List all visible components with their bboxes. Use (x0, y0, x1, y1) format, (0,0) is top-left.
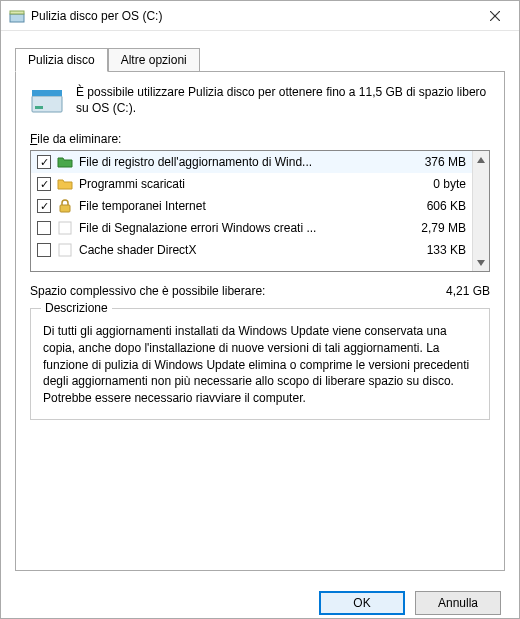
file-type-icon (57, 198, 73, 214)
file-row[interactable]: File temporanei Internet606 KB (31, 195, 472, 217)
file-type-icon (57, 242, 73, 258)
file-row[interactable]: Programmi scaricati0 byte (31, 173, 472, 195)
file-checkbox[interactable] (37, 243, 51, 257)
file-name: Cache shader DirectX (79, 243, 400, 257)
tabstrip: Pulizia disco Altre opzioni (15, 47, 505, 71)
svg-rect-4 (32, 96, 62, 112)
svg-rect-5 (32, 90, 62, 96)
app-icon (9, 8, 25, 24)
window-title: Pulizia disco per OS (C:) (31, 9, 475, 23)
svg-rect-1 (10, 11, 24, 14)
scroll-up-icon[interactable] (473, 151, 490, 168)
file-size: 133 KB (406, 243, 466, 257)
description-group: Descrizione Di tutti gli aggiornamenti i… (30, 308, 490, 420)
intro-text: È possibile utilizzare Pulizia disco per… (76, 84, 490, 118)
close-button[interactable] (475, 2, 515, 30)
file-size: 376 MB (406, 155, 466, 169)
file-row[interactable]: Cache shader DirectX133 KB (31, 239, 472, 261)
svg-rect-7 (60, 205, 70, 212)
totals-row: Spazio complessivo che è possibile liber… (30, 284, 490, 298)
description-text: Di tutti gli aggiornamenti installati da… (43, 323, 477, 407)
scrollbar[interactable] (472, 151, 489, 271)
file-row[interactable]: File di registro dell'aggiornamento di W… (31, 151, 472, 173)
file-checkbox[interactable] (37, 177, 51, 191)
file-type-icon (57, 220, 73, 236)
file-checkbox[interactable] (37, 199, 51, 213)
tab-disk-cleanup[interactable]: Pulizia disco (15, 48, 108, 72)
ok-button[interactable]: OK (319, 591, 405, 615)
svg-rect-8 (59, 222, 71, 234)
titlebar: Pulizia disco per OS (C:) (1, 1, 519, 31)
tab-other-options[interactable]: Altre opzioni (108, 48, 200, 72)
svg-rect-9 (59, 244, 71, 256)
file-name: File temporanei Internet (79, 199, 400, 213)
cancel-button[interactable]: Annulla (415, 591, 501, 615)
file-size: 606 KB (406, 199, 466, 213)
totals-label: Spazio complessivo che è possibile liber… (30, 284, 265, 298)
files-label: File da eliminare: (30, 132, 490, 146)
scroll-down-icon[interactable] (473, 254, 490, 271)
file-size: 0 byte (406, 177, 466, 191)
file-name: Programmi scaricati (79, 177, 400, 191)
file-list: File di registro dell'aggiornamento di W… (30, 150, 490, 272)
file-type-icon (57, 176, 73, 192)
intro-row: È possibile utilizzare Pulizia disco per… (30, 84, 490, 118)
file-checkbox[interactable] (37, 155, 51, 169)
file-row[interactable]: File di Segnalazione errori Windows crea… (31, 217, 472, 239)
file-size: 2,79 MB (406, 221, 466, 235)
file-name: File di registro dell'aggiornamento di W… (79, 155, 400, 169)
drive-icon (30, 84, 64, 118)
tab-panel: È possibile utilizzare Pulizia disco per… (15, 71, 505, 571)
file-type-icon (57, 154, 73, 170)
svg-rect-6 (35, 106, 43, 109)
svg-rect-0 (10, 14, 24, 22)
button-bar: OK Annulla (1, 581, 519, 619)
description-title: Descrizione (41, 301, 112, 315)
totals-value: 4,21 GB (446, 284, 490, 298)
file-name: File di Segnalazione errori Windows crea… (79, 221, 400, 235)
file-checkbox[interactable] (37, 221, 51, 235)
